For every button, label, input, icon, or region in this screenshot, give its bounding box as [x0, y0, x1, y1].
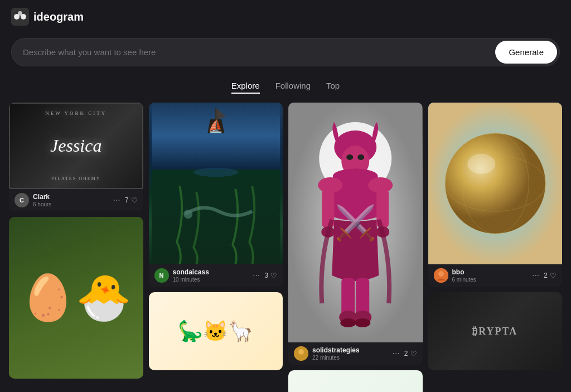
svg-point-3 — [18, 11, 22, 16]
svg-point-28 — [340, 318, 356, 327]
image-egg: 🥚🐣 — [9, 217, 143, 379]
username-sondaicass: sondaicass — [173, 268, 209, 276]
nav-tabs: Explore Following Top — [0, 75, 571, 103]
svg-point-15 — [346, 154, 353, 160]
gallery-col-1: Jessica C Clark 6 hours ··· 7 ♡ — [9, 103, 143, 392]
like-count-jessica[interactable]: 7 ♡ — [125, 196, 138, 205]
orb-svg — [428, 103, 563, 264]
ocean-svg — [149, 103, 283, 264]
more-options-orb[interactable]: ··· — [532, 270, 539, 280]
heart-icon-jessica: ♡ — [131, 196, 138, 205]
like-count-ocean[interactable]: 3 ♡ — [264, 272, 277, 280]
likes-num-orb: 2 — [544, 272, 548, 279]
time-solidstrategies: 22 minutes — [312, 355, 360, 361]
tab-explore[interactable]: Explore — [231, 81, 260, 94]
heart-icon-ocean: ♡ — [270, 272, 277, 280]
svg-point-16 — [357, 154, 364, 160]
svg-point-29 — [355, 318, 370, 327]
search-bar-container: Generate — [0, 33, 571, 75]
svg-rect-7 — [215, 108, 216, 125]
card-samurai[interactable]: solidstrategies 22 minutes ··· 2 ♡ — [288, 103, 423, 365]
card-egg[interactable]: 🥚🐣 — [9, 217, 143, 379]
gallery: Jessica C Clark 6 hours ··· 7 ♡ — [0, 103, 571, 392]
card-user-jessica: C Clark 6 hours — [14, 193, 51, 207]
card-footer-orb: bbo 6 minutes ··· 2 ♡ — [428, 264, 563, 287]
card-jessica[interactable]: Jessica C Clark 6 hours ··· 7 ♡ — [9, 103, 143, 211]
image-cartoon: 🦕🐱🦙 — [149, 292, 283, 370]
heart-icon-samurai: ♡ — [410, 350, 417, 358]
more-options-jessica[interactable]: ··· — [113, 195, 120, 205]
generate-button[interactable]: Generate — [495, 41, 557, 64]
svg-rect-5 — [152, 170, 280, 264]
avatar-sondaicass: N — [154, 268, 169, 283]
svg-marker-6 — [207, 119, 224, 133]
username-clark: Clark — [33, 193, 51, 201]
gallery-col-2: N sondaicass 10 minutes ··· 3 ♡ 🦕🐱🦙 — [149, 103, 283, 392]
card-footer-samurai: solidstrategies 22 minutes ··· 2 ♡ — [288, 342, 423, 365]
image-crypto: ₿RYPTA — [428, 292, 563, 370]
avatar-clark: C — [14, 193, 29, 207]
time-bbo: 6 minutes — [452, 277, 476, 283]
more-options-ocean[interactable]: ··· — [253, 270, 260, 280]
svg-rect-0 — [11, 8, 29, 26]
svg-point-9 — [193, 168, 238, 177]
tab-top[interactable]: Top — [326, 81, 340, 94]
user-info-solidstrategies: solidstrategies 22 minutes — [312, 346, 360, 360]
card-actions-orb: ··· 2 ♡ — [532, 270, 557, 280]
gallery-col-3: solidstrategies 22 minutes ··· 2 ♡ 🌀 — [288, 103, 423, 392]
image-jessica: Jessica — [9, 103, 143, 189]
gallery-col-4: bbo 6 minutes ··· 2 ♡ ₿RYPTA — [428, 103, 563, 392]
svg-point-10 — [183, 210, 192, 219]
username-solidstrategies: solidstrategies — [312, 346, 360, 354]
likes-num-jessica: 7 — [125, 196, 129, 204]
username-bbo: bbo — [452, 268, 476, 276]
svg-point-37 — [467, 154, 495, 174]
logo-icon — [11, 8, 29, 26]
logo-text: ideogram — [33, 11, 84, 23]
svg-point-33 — [445, 133, 545, 234]
like-count-orb[interactable]: 2 ♡ — [544, 272, 557, 280]
time-clark: 6 hours — [33, 201, 51, 207]
card-footer-jessica: C Clark 6 hours ··· 7 ♡ — [9, 189, 143, 211]
card-footer-ocean: N sondaicass 10 minutes ··· 3 ♡ — [149, 264, 283, 287]
card-crypto[interactable]: ₿RYPTA — [428, 292, 563, 370]
image-samurai — [288, 103, 423, 342]
likes-num-samurai: 2 — [404, 350, 408, 357]
card-user-orb: bbo 6 minutes — [434, 268, 476, 283]
heart-icon-orb: ♡ — [550, 272, 557, 280]
card-user-samurai: solidstrategies 22 minutes — [294, 346, 360, 361]
card-actions-ocean: ··· 3 ♡ — [253, 270, 277, 280]
image-swirl: 🌀 — [288, 370, 423, 392]
user-info-sondaicass: sondaicass 10 minutes — [173, 268, 209, 282]
likes-num-ocean: 3 — [264, 272, 268, 279]
tab-following[interactable]: Following — [275, 81, 311, 94]
svg-point-39 — [438, 271, 444, 277]
avatar-icon-solidstrategies — [294, 346, 308, 361]
user-info-clark: Clark 6 hours — [33, 193, 51, 207]
avatar-bbo — [434, 268, 448, 283]
header: ideogram — [0, 0, 571, 33]
card-cartoon[interactable]: 🦕🐱🦙 — [149, 292, 283, 370]
user-info-bbo: bbo 6 minutes — [452, 268, 476, 282]
card-swirl[interactable]: 🌀 — [288, 370, 423, 392]
card-orb[interactable]: bbo 6 minutes ··· 2 ♡ — [428, 103, 563, 287]
avatar-solidstrategies — [294, 346, 308, 361]
more-options-samurai[interactable]: ··· — [392, 349, 399, 359]
image-ocean — [149, 103, 283, 264]
card-user-ocean: N sondaicass 10 minutes — [154, 268, 209, 283]
samurai-svg — [288, 103, 423, 342]
image-orb — [428, 103, 563, 264]
logo[interactable]: ideogram — [11, 8, 84, 26]
card-actions-samurai: ··· 2 ♡ — [392, 349, 417, 359]
search-bar: Generate — [11, 38, 560, 66]
like-count-samurai[interactable]: 2 ♡ — [404, 350, 417, 358]
avatar-icon-bbo — [434, 268, 448, 283]
card-ocean[interactable]: N sondaicass 10 minutes ··· 3 ♡ — [149, 103, 283, 287]
svg-point-31 — [298, 349, 304, 355]
card-actions-jessica: ··· 7 ♡ — [113, 195, 137, 205]
search-input[interactable] — [12, 40, 493, 65]
time-sondaicass: 10 minutes — [173, 277, 209, 283]
